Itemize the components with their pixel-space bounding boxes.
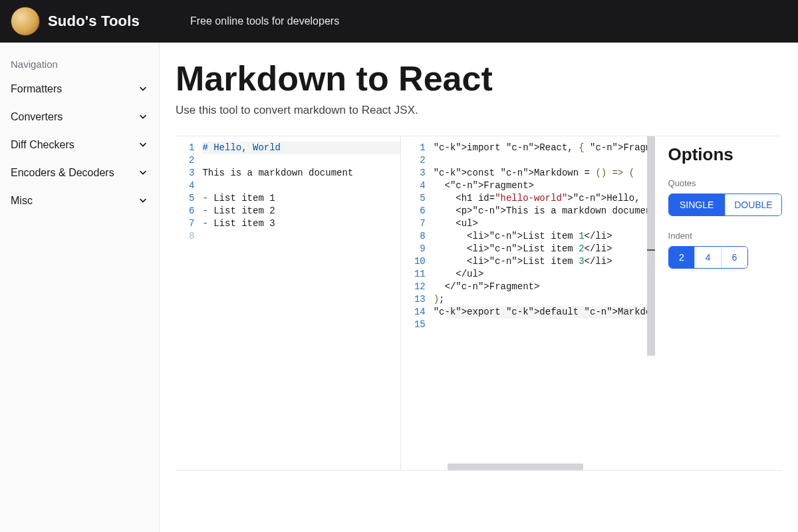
sidebar-item-formatters[interactable]: Formatters (0, 75, 159, 103)
line-gutter: 12345678 (176, 142, 202, 470)
indent-toggle: 246 (668, 246, 748, 269)
app-header: Sudo's Tools Free online tools for devel… (0, 0, 798, 43)
sidebar-item-misc[interactable]: Misc (0, 187, 159, 215)
code-area[interactable]: # Hello, World This is a markdown docume… (202, 142, 400, 470)
options-panel: Options Quotes SINGLEDOUBLE Indent 246 (655, 136, 782, 470)
indent-option-4[interactable]: 4 (694, 247, 721, 268)
page-title: Markdown to React (176, 59, 782, 98)
brand-name: Sudo's Tools (48, 13, 140, 30)
vertical-scrollbar[interactable] (647, 136, 655, 356)
sidebar-item-encoders-decoders[interactable]: Encoders & Decoders (0, 159, 159, 187)
chevron-down-icon (138, 84, 148, 94)
chevron-down-icon (138, 112, 148, 122)
nav-section-label: Navigation (0, 53, 159, 75)
quotes-label: Quotes (668, 178, 782, 188)
options-title: Options (668, 144, 782, 165)
indent-option-6[interactable]: 6 (721, 247, 747, 268)
chevron-down-icon (138, 140, 148, 150)
sidebar: Navigation Formatters Converters Diff Ch… (0, 43, 160, 532)
chevron-down-icon (138, 196, 148, 206)
quotes-option-single[interactable]: SINGLE (669, 194, 725, 215)
scrollbar-mark (647, 249, 655, 251)
sidebar-item-converters[interactable]: Converters (0, 103, 159, 131)
main-content: Markdown to React Use this tool to conve… (160, 43, 798, 532)
sidebar-item-label: Encoders & Decoders (11, 167, 114, 179)
quotes-option-double[interactable]: DOUBLE (725, 194, 781, 215)
sidebar-item-label: Converters (11, 111, 63, 123)
horizontal-scrollbar[interactable] (448, 464, 583, 470)
sidebar-item-label: Formatters (11, 83, 62, 95)
quotes-toggle: SINGLEDOUBLE (668, 194, 782, 216)
code-area: "c-k">import "c-n">React, { "c-n">Fragme… (434, 142, 655, 470)
page-description: Use this tool to convert markdown to Rea… (176, 104, 782, 117)
chevron-down-icon (138, 168, 148, 178)
sidebar-item-diff-checkers[interactable]: Diff Checkers (0, 131, 159, 159)
sidebar-item-label: Diff Checkers (11, 139, 74, 151)
indent-label: Indent (668, 231, 782, 241)
line-gutter: 123456789101112131415 (401, 142, 434, 470)
sidebar-item-label: Misc (11, 195, 33, 207)
tagline: Free online tools for developers (190, 15, 339, 27)
output-editor[interactable]: 123456789101112131415 "c-k">import "c-n"… (401, 136, 655, 470)
input-editor[interactable]: 12345678 # Hello, World This is a markdo… (176, 136, 401, 470)
workbench: 12345678 # Hello, World This is a markdo… (176, 136, 782, 471)
indent-option-2[interactable]: 2 (669, 247, 695, 268)
logo-icon (11, 7, 40, 36)
